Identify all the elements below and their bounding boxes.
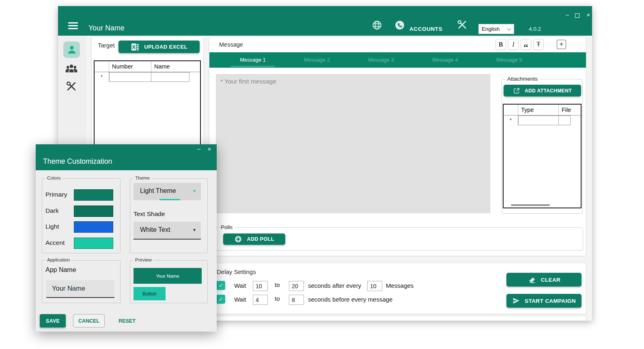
primary-color-label: Primary <box>45 191 67 198</box>
desktop: – × Your Name ACCOUNTS E <box>0 0 644 349</box>
theme-label: Theme <box>134 176 151 180</box>
quote-button[interactable]: “ <box>521 39 531 50</box>
save-button[interactable]: SAVE <box>40 314 66 328</box>
to-label: to <box>275 295 280 302</box>
add-poll-button[interactable]: ADD POLL <box>223 233 285 245</box>
col-name: Name <box>151 61 200 72</box>
dark-color-swatch[interactable] <box>74 206 113 217</box>
delay-settings-label: Delay Settings <box>217 268 256 275</box>
accent-color-label: Accent <box>45 239 65 246</box>
app-name-input[interactable]: Your Name <box>46 280 114 298</box>
dialog-close-button[interactable]: × <box>206 146 213 152</box>
message-label: Message <box>219 41 243 48</box>
clear-label: CLEAR <box>541 277 561 283</box>
before-to-input[interactable] <box>289 295 304 305</box>
preview-button[interactable]: Button <box>134 287 166 300</box>
reset-button[interactable]: RESET <box>113 314 141 328</box>
group-icon[interactable] <box>64 62 79 75</box>
row-marker: * <box>504 116 518 126</box>
polls-group: Polls ADD POLL <box>215 227 583 251</box>
whatsapp-icon[interactable] <box>394 20 405 30</box>
file-cell[interactable] <box>558 116 571 125</box>
dialog-titlebar: Theme Customization – × <box>36 144 217 170</box>
eraser-icon <box>528 275 536 284</box>
attachments-table-row: * <box>504 116 581 126</box>
wait-label: Wait <box>234 282 246 289</box>
start-campaign-button[interactable]: START CAMPAIGN <box>506 294 582 308</box>
cancel-button[interactable]: CANCEL <box>73 314 105 328</box>
bold-button[interactable]: B <box>495 39 506 50</box>
wait-from-input[interactable] <box>253 281 268 291</box>
dialog-title: Theme Customization <box>43 157 112 166</box>
start-campaign-label: START CAMPAIGN <box>525 298 576 304</box>
sidebar-item-contacts[interactable] <box>63 41 80 58</box>
light-color-swatch[interactable] <box>74 221 113 233</box>
messages-label: Messages <box>386 282 414 289</box>
language-value: English <box>482 26 500 32</box>
focus-underline <box>159 199 180 200</box>
wait-label: Wait <box>234 296 246 303</box>
minimize-button[interactable]: – <box>564 11 571 18</box>
before-from-input[interactable] <box>253 295 268 305</box>
theme-select-value: Light Theme <box>140 187 176 195</box>
name-cell[interactable] <box>151 72 190 82</box>
target-table-row: * <box>95 72 200 82</box>
type-cell[interactable] <box>518 116 559 125</box>
wait-to-input[interactable] <box>289 281 304 291</box>
colors-label: Colors <box>45 176 62 180</box>
tools-icon[interactable] <box>457 19 468 30</box>
message-textarea[interactable]: * Your first message <box>216 74 490 213</box>
menu-icon[interactable] <box>68 22 78 29</box>
chevron-down-icon: ▾ <box>193 227 196 233</box>
col-number: Number <box>109 61 151 72</box>
message-panel: Message B I “ Ŧ + Message 1 Message 2 Me… <box>209 36 586 256</box>
preview-titlebar: Your Name <box>134 268 202 284</box>
number-cell[interactable] <box>109 72 151 82</box>
maximize-button[interactable] <box>575 13 579 18</box>
messages-count-input[interactable] <box>367 281 382 291</box>
accent-color-swatch[interactable] <box>74 238 113 249</box>
add-attachment-label: ADD ATTACHMENT <box>525 88 572 94</box>
add-attachment-button[interactable]: ADD ATTACHMENT <box>504 85 581 96</box>
tab-message-3[interactable]: Message 3 <box>349 52 413 68</box>
underline <box>46 297 114 298</box>
theme-group: Theme Light Theme ▾ Text Shade White Tex… <box>130 178 208 253</box>
message-placeholder: * Your first message <box>220 78 276 85</box>
preview-button-text: Button <box>142 291 157 297</box>
tools-icon[interactable] <box>65 80 78 92</box>
version-label: 4.0.2 <box>529 26 541 32</box>
delay-settings-panel: Delay Settings ✓ Wait to seconds after e… <box>215 263 586 314</box>
primary-color-swatch[interactable] <box>74 189 113 201</box>
tab-message-1[interactable]: Message 1 <box>221 52 285 68</box>
titlebar: – × Your Name ACCOUNTS E <box>58 6 592 36</box>
target-label: Target <box>98 42 115 49</box>
chevron-down-icon <box>507 27 511 31</box>
clear-button[interactable]: CLEAR <box>506 273 582 287</box>
excel-icon <box>131 43 140 51</box>
tab-message-2[interactable]: Message 2 <box>285 52 349 68</box>
accounts-button[interactable]: ACCOUNTS <box>409 26 442 32</box>
app-name-label: App Name <box>45 266 76 274</box>
add-message-button[interactable]: + <box>557 40 566 49</box>
attachments-group: Attachments ADD ATTACHMENT Type File * <box>502 79 583 214</box>
app-name-value: Your Name <box>52 285 85 292</box>
dialog-minimize-button[interactable]: – <box>196 146 202 152</box>
delay-checkbox-2[interactable]: ✓ <box>216 295 225 304</box>
language-select[interactable]: English <box>478 24 514 34</box>
preview-group: Preview Your Name Button <box>130 260 208 303</box>
window-title: Your Name <box>88 24 125 32</box>
horizontal-scrollbar[interactable] <box>511 204 550 206</box>
upload-excel-button[interactable]: UPLOAD EXCEL <box>118 41 200 53</box>
theme-select[interactable]: Light Theme ▾ <box>134 183 201 200</box>
italic-button[interactable]: I <box>508 39 519 50</box>
close-button[interactable]: × <box>585 11 592 18</box>
col-file: File <box>559 105 581 115</box>
tab-message-4[interactable]: Message 4 <box>413 52 477 68</box>
tab-message-5[interactable]: Message 5 <box>477 52 541 68</box>
delay-checkbox-1[interactable]: ✓ <box>216 281 225 290</box>
send-icon <box>512 297 520 305</box>
text-shade-select[interactable]: White Text ▾ <box>134 222 201 240</box>
strikethrough-button[interactable]: Ŧ <box>533 39 544 50</box>
globe-icon[interactable] <box>372 20 382 30</box>
light-color-label: Light <box>45 223 59 230</box>
